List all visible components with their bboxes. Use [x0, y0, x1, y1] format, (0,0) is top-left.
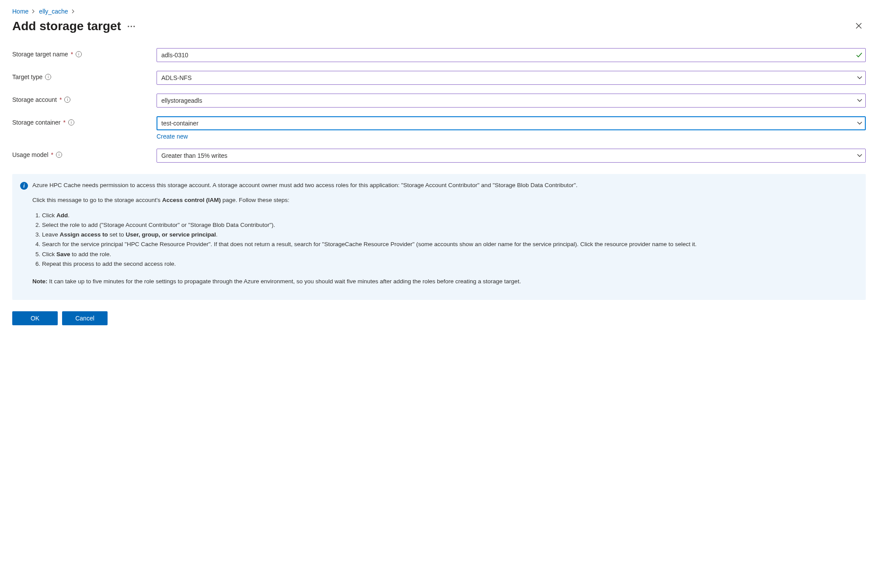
info-icon[interactable]: i [64, 97, 70, 103]
breadcrumb-home[interactable]: Home [12, 8, 28, 15]
usage-select[interactable]: Greater than 15% writes [157, 149, 866, 163]
info-icon: i [20, 182, 28, 190]
info-icon[interactable]: i [45, 74, 51, 80]
breadcrumb-cache[interactable]: elly_cache [39, 8, 68, 15]
chevron-right-icon [72, 8, 75, 15]
name-input[interactable] [157, 48, 866, 62]
chevron-right-icon [32, 8, 35, 15]
info-icon[interactable]: i [68, 119, 74, 125]
info-icon[interactable]: i [56, 152, 62, 158]
page-title: Add storage target ··· [12, 19, 136, 33]
required-marker: * [63, 119, 66, 126]
name-label: Storage target name [12, 51, 68, 58]
info-note: Note: It can take up to five minutes for… [32, 277, 858, 286]
more-icon[interactable]: ··· [127, 22, 136, 31]
required-marker: * [51, 151, 53, 158]
type-label: Target type [12, 73, 42, 80]
container-label: Storage container [12, 119, 61, 126]
close-icon [856, 23, 862, 29]
cancel-button[interactable]: Cancel [62, 311, 108, 325]
info-paragraph-2: Click this message to go to the storage … [32, 196, 858, 205]
info-icon[interactable]: i [76, 51, 82, 57]
required-marker: * [59, 96, 62, 103]
info-paragraph-1: Azure HPC Cache needs permission to acce… [32, 181, 858, 190]
container-select[interactable]: test-container [157, 116, 866, 130]
type-select[interactable]: ADLS-NFS [157, 71, 866, 85]
breadcrumb: Home elly_cache [12, 8, 866, 15]
account-select[interactable]: ellystorageadls [157, 94, 866, 108]
info-steps: Click Add. Select the role to add ("Stor… [32, 211, 858, 269]
ok-button[interactable]: OK [12, 311, 58, 325]
required-marker: * [71, 51, 73, 58]
info-message[interactable]: i Azure HPC Cache needs permission to ac… [12, 174, 866, 300]
close-button[interactable] [852, 19, 866, 33]
create-new-link[interactable]: Create new [157, 133, 866, 140]
usage-label: Usage model [12, 151, 49, 158]
account-label: Storage account [12, 96, 57, 103]
